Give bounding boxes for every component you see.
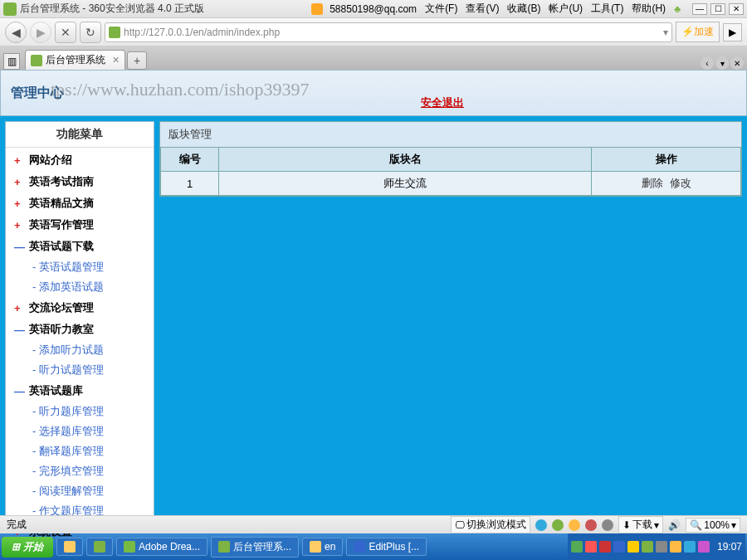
tab-active[interactable]: 后台管理系统 ✕ [25,50,125,70]
table-row: 1师生交流删除修改 [161,172,741,196]
tray-icon[interactable] [656,541,667,553]
close-button[interactable]: ✕ [729,3,744,15]
sidebar-subitem[interactable]: - 阅读理解管理 [9,481,150,501]
sidebar-subitem[interactable]: - 添加听力试题 [9,340,150,360]
play-button[interactable]: ▶ [723,23,742,41]
sidebar-item[interactable]: +英语写作管理 [9,214,150,236]
mode-label: 切换浏览模式 [466,518,526,532]
reload-button[interactable]: ↻ [80,22,101,43]
sidebar-item-label: 交流论坛管理 [29,300,94,315]
tray-icon[interactable] [642,541,653,553]
sidebar-subitem[interactable]: - 听力试题管理 [9,360,150,380]
sidebar-item[interactable]: +英语精品文摘 [9,192,150,214]
menubar: 58850198@qq.com 文件(F) 查看(V) 收藏(B) 帐户(U) … [311,0,744,17]
sidebar-subitem[interactable]: - 完形填空管理 [9,461,150,481]
sidebar-item[interactable]: —英语听力教室 [9,319,150,340]
task-admin[interactable]: 后台管理系... [211,537,299,558]
menu-tools[interactable]: 工具(T) [588,0,627,17]
sidebar-item-label: 英语写作管理 [29,217,94,232]
collapse-icon: — [14,241,26,253]
admin-header: 管理中心 tps://www.huzhan.com/ishop39397 安全退… [0,70,747,116]
volume-icon[interactable]: 🔊 [668,519,681,531]
adblock-icon[interactable] [585,519,597,531]
expand-icon: + [14,302,26,314]
folder-icon [310,541,321,553]
sidebar-subitem[interactable]: - 添加英语试题 [9,277,150,297]
tray-icon[interactable] [627,541,639,553]
engine-icon[interactable] [535,519,547,531]
task-label: 后台管理系... [233,540,291,554]
sidebar-item-label: 网站介绍 [29,153,72,168]
sidebar-toggle[interactable]: ▥ [3,53,20,70]
dropdown-icon[interactable]: ▾ [663,27,668,38]
chevron-down-icon: ▾ [731,519,736,531]
tab-list-button[interactable]: ▾ [715,56,729,70]
sidebar-item[interactable]: —英语试题下载 [9,236,150,257]
back-button[interactable]: ◀ [5,22,27,43]
clock[interactable]: 19:07 [717,541,742,553]
menu-file[interactable]: 文件(F) [422,0,461,17]
tray-icon[interactable] [571,541,583,553]
window-title: 后台管理系统 - 360安全浏览器 4.0 正式版 [20,2,204,16]
app-icon [3,2,17,16]
address-bar[interactable]: ▾ [105,22,672,42]
email-link[interactable]: 58850198@qq.com [326,2,420,17]
browser-toolbar: ◀ ▶ ✕ ↻ ▾ ⚡加速 ▶ [0,18,747,46]
download-button[interactable]: ⬇ 下载 ▾ [618,516,663,533]
speed-button[interactable]: ⚡加速 [676,22,720,42]
task-folder[interactable]: en [302,538,343,556]
proxy-icon[interactable] [602,519,613,531]
sidebar-subitem[interactable]: - 翻译题库管理 [9,441,150,461]
th-ops: 操作 [592,148,741,172]
url-input[interactable] [124,27,663,38]
minimize-button[interactable]: — [692,3,707,15]
chevron-down-icon: ▾ [654,519,659,531]
tray-icon[interactable] [585,541,597,553]
shield-icon[interactable] [552,519,564,531]
forward-button[interactable]: ▶ [30,22,51,43]
menu-favorites[interactable]: 收藏(B) [504,0,544,17]
tab-restore-button[interactable]: ✕ [730,56,744,70]
main-area: 版块管理 编号 版块名 操作 1师生交流删除修改 [159,121,742,528]
logout-link[interactable]: 安全退出 [421,95,464,110]
maximize-button[interactable]: ☐ [710,3,725,15]
notify-icon[interactable]: ♣ [671,2,684,17]
admin-title: 管理中心 [11,85,64,102]
monitor-icon: 🖵 [455,519,465,531]
menu-help[interactable]: 帮助(H) [628,0,669,17]
window-titlebar: 后台管理系统 - 360安全浏览器 4.0 正式版 58850198@qq.co… [0,0,747,18]
sidebar-subitem[interactable]: - 英语试题管理 [9,257,150,277]
sidebar-item[interactable]: —英语试题库 [9,380,150,402]
expand-icon: + [14,154,26,167]
tab-scroll-left[interactable]: ‹ [701,56,714,70]
tray-icon[interactable] [684,541,696,553]
content-wrap: 功能菜单 +网站介绍+英语考试指南+英语精品文摘+英语写作管理—英语试题下载- … [0,116,747,533]
sidebar-subitem[interactable]: - 选择题库管理 [9,421,150,441]
page-content: 管理中心 tps://www.huzhan.com/ishop39397 安全退… [0,70,747,533]
data-table: 编号 版块名 操作 1师生交流删除修改 [160,147,741,196]
menu-account[interactable]: 帐户(U) [545,0,586,17]
sidebar-item[interactable]: +网站介绍 [9,149,150,171]
zoom-control[interactable]: 🔍 100% ▾ [686,518,740,533]
delete-link[interactable]: 删除 [642,177,663,189]
stop-button[interactable]: ✕ [55,22,76,43]
edit-link[interactable]: 修改 [670,177,691,189]
status-text: 完成 [7,518,27,532]
tray-icon[interactable] [670,541,681,553]
tray-icon[interactable] [698,541,710,553]
collapse-icon: — [14,385,26,397]
tab-close-icon[interactable]: ✕ [112,55,120,66]
mode-switch[interactable]: 🖵 切换浏览模式 [451,516,530,533]
task-editplus[interactable]: EditPlus [... [346,538,427,556]
new-tab-button[interactable]: + [127,51,147,70]
menu-view[interactable]: 查看(V) [462,0,502,17]
tray-icon[interactable] [613,541,625,553]
sidebar-item[interactable]: +英语考试指南 [9,171,150,192]
sidebar-item[interactable]: +交流论坛管理 [9,297,150,319]
task-label: EditPlus [... [369,541,419,553]
tray-icon[interactable] [599,541,611,553]
expand-icon: + [14,197,26,210]
popup-icon[interactable] [569,519,580,531]
sidebar-subitem[interactable]: - 听力题库管理 [9,402,150,421]
sidebar-menu: +网站介绍+英语考试指南+英语精品文摘+英语写作管理—英语试题下载- 英语试题管… [6,148,154,544]
